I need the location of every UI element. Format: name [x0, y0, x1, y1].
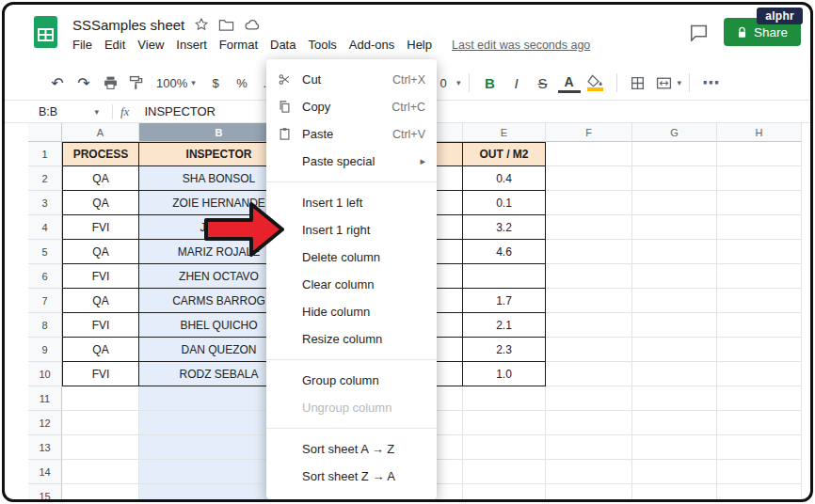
cell-H10[interactable]: [717, 362, 802, 386]
name-box[interactable]: B:B ▾: [33, 105, 104, 118]
cell-A5[interactable]: QA: [62, 240, 139, 264]
cell-G6[interactable]: [632, 264, 717, 289]
cell-E8[interactable]: 2.1: [463, 313, 546, 338]
menu-item-sort-sheet-z-a[interactable]: Sort sheet Z → A: [266, 463, 437, 490]
font-size-caret-icon[interactable]: ▾: [456, 78, 461, 87]
row-header-5[interactable]: 5: [28, 240, 62, 264]
cell-E9[interactable]: 2.3: [463, 338, 546, 362]
cell-E11[interactable]: [463, 386, 546, 411]
cell-E13[interactable]: [463, 435, 546, 460]
cloud-status-icon[interactable]: [244, 18, 261, 31]
sheets-logo-icon[interactable]: [33, 15, 59, 50]
cell-H1[interactable]: [717, 142, 802, 166]
cell-F8[interactable]: [546, 313, 632, 338]
cell-G1[interactable]: [632, 142, 717, 166]
cell-G14[interactable]: [632, 460, 717, 484]
star-icon[interactable]: [194, 17, 209, 32]
row-header-12[interactable]: 12: [28, 411, 62, 435]
column-header-F[interactable]: F: [546, 123, 632, 142]
menu-file[interactable]: File: [72, 38, 92, 52]
currency-format-button[interactable]: $: [204, 71, 227, 95]
more-toolbar-button[interactable]: ⋯: [699, 71, 722, 95]
cell-F14[interactable]: [546, 460, 632, 484]
last-edit-link[interactable]: Last edit was seconds ago: [452, 39, 590, 52]
paint-format-button[interactable]: [125, 71, 148, 95]
cell-G4[interactable]: [632, 215, 717, 240]
cell-A8[interactable]: FVI: [62, 313, 139, 338]
cell-A12[interactable]: [62, 411, 139, 435]
row-header-10[interactable]: 10: [28, 362, 62, 386]
cell-H9[interactable]: [717, 338, 802, 362]
text-color-button[interactable]: A: [558, 73, 581, 93]
row-header-3[interactable]: 3: [28, 191, 62, 215]
cell-H8[interactable]: [717, 313, 802, 338]
cell-F5[interactable]: [546, 240, 632, 264]
row-header-6[interactable]: 6: [28, 264, 62, 289]
cell-G13[interactable]: [632, 435, 717, 460]
cell-E5[interactable]: 4.6: [463, 240, 546, 264]
row-header-11[interactable]: 11: [28, 386, 62, 411]
row-header-7[interactable]: 7: [28, 289, 62, 313]
cell-G12[interactable]: [632, 411, 717, 435]
cell-G8[interactable]: [632, 313, 717, 338]
row-header-9[interactable]: 9: [28, 338, 62, 362]
cell-E15[interactable]: [463, 484, 546, 502]
cell-E2[interactable]: 0.4: [463, 166, 546, 191]
cell-H7[interactable]: [717, 289, 802, 313]
cell-A1[interactable]: PROCESS: [62, 142, 139, 166]
cell-F3[interactable]: [546, 191, 632, 215]
cell-E14[interactable]: [463, 460, 546, 484]
menu-item-paste-special[interactable]: Paste special▸: [266, 148, 437, 175]
cell-H5[interactable]: [717, 240, 802, 264]
row-header-13[interactable]: 13: [28, 435, 62, 460]
undo-button[interactable]: ↶: [46, 71, 69, 95]
move-folder-icon[interactable]: [218, 18, 234, 32]
row-header-2[interactable]: 2: [28, 166, 62, 191]
cell-H2[interactable]: [717, 166, 802, 191]
cell-A15[interactable]: [62, 484, 139, 502]
cell-G7[interactable]: [632, 289, 717, 313]
cell-H11[interactable]: [717, 386, 802, 411]
row-header-14[interactable]: 14: [28, 460, 62, 484]
cell-H14[interactable]: [717, 460, 802, 484]
menu-tools[interactable]: Tools: [308, 38, 336, 52]
cell-F6[interactable]: [546, 264, 632, 289]
column-header-G[interactable]: G: [632, 123, 717, 142]
cell-A13[interactable]: [62, 435, 139, 460]
cell-A11[interactable]: [62, 386, 139, 411]
cell-E12[interactable]: [463, 411, 546, 435]
cell-F9[interactable]: [546, 338, 632, 362]
cell-E10[interactable]: 1.0: [463, 362, 546, 386]
menu-data[interactable]: Data: [270, 38, 296, 52]
menu-item-insert-1-right[interactable]: Insert 1 right: [266, 216, 437, 244]
merge-cells-button[interactable]: [653, 71, 676, 95]
cell-G5[interactable]: [632, 240, 717, 264]
zoom-select[interactable]: 100% ▾: [152, 71, 200, 95]
row-header-15[interactable]: 15: [28, 484, 62, 502]
merge-caret-icon[interactable]: ▾: [678, 78, 682, 87]
cell-A9[interactable]: QA: [62, 338, 139, 362]
cell-G2[interactable]: [632, 166, 717, 191]
cell-F10[interactable]: [546, 362, 632, 386]
cell-G9[interactable]: [632, 338, 717, 362]
italic-button[interactable]: I: [505, 71, 528, 95]
menu-item-delete-column[interactable]: Delete column: [266, 244, 437, 271]
menu-item-sort-sheet-a-z[interactable]: Sort sheet A → Z: [266, 435, 437, 463]
cell-E4[interactable]: 3.2: [463, 215, 546, 240]
column-header-H[interactable]: H: [717, 123, 802, 142]
menu-help[interactable]: Help: [407, 38, 432, 52]
row-header-4[interactable]: 4: [28, 215, 62, 240]
borders-button[interactable]: [627, 71, 649, 95]
formula-input[interactable]: INSPECTOR: [144, 104, 216, 118]
comment-icon[interactable]: [689, 24, 709, 41]
redo-button[interactable]: ↷: [72, 71, 95, 95]
print-button[interactable]: [99, 71, 121, 95]
menu-item-copy[interactable]: CopyCtrl+C: [266, 93, 437, 120]
cell-H4[interactable]: [717, 215, 802, 240]
cell-E3[interactable]: 0.1: [463, 191, 546, 215]
cell-A4[interactable]: FVI: [62, 215, 139, 240]
cell-F1[interactable]: [546, 142, 632, 166]
grid-corner[interactable]: [28, 123, 62, 142]
cell-E7[interactable]: 1.7: [463, 289, 546, 313]
cell-H3[interactable]: [717, 191, 802, 215]
